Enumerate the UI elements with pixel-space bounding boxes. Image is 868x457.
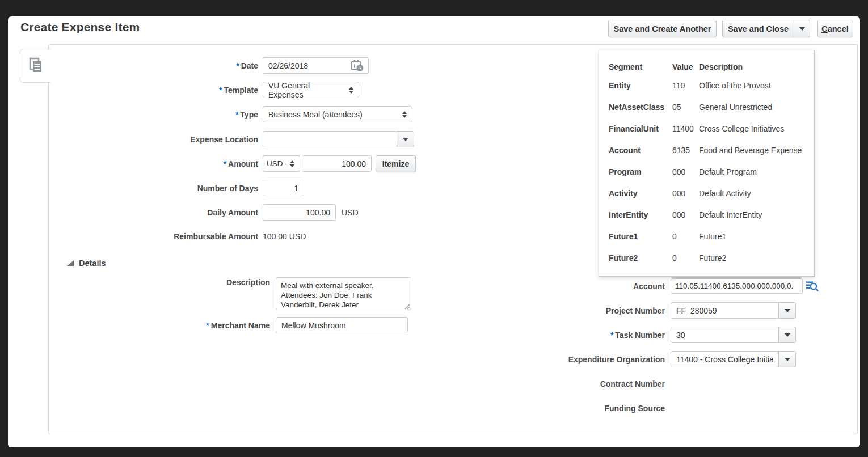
segment-value: 0	[672, 232, 677, 241]
expenditure-organization-input[interactable]	[671, 351, 779, 367]
date-picker-icon[interactable]	[350, 59, 365, 73]
cancel-button[interactable]: Cancel	[817, 20, 853, 37]
segment-value: 0	[672, 253, 677, 263]
save-and-close-button[interactable]: Save and Close	[723, 20, 794, 37]
number-of-days-label: Number of Days	[57, 184, 258, 193]
type-select[interactable]: Business Meal (attendees)	[263, 106, 412, 122]
segment-description: Future1	[699, 232, 726, 241]
chevron-down-icon	[785, 309, 790, 312]
reimbursable-amount-label: Reimbursable Amount	[57, 232, 258, 241]
required-asterisk: *	[206, 321, 209, 330]
expense-location-input[interactable]	[263, 131, 397, 147]
chevron-down-icon	[403, 138, 408, 141]
required-asterisk: *	[610, 331, 613, 340]
expense-item-tab[interactable]	[20, 49, 50, 83]
segment-value: 000	[672, 167, 685, 176]
segment-name: NetAssetClass	[609, 103, 664, 112]
required-asterisk: *	[235, 110, 238, 119]
account-segment-search-icon[interactable]	[805, 279, 819, 293]
expenditure-organization-dropdown-button[interactable]	[778, 351, 796, 367]
segment-value: 11400	[672, 124, 694, 133]
project-number-input[interactable]	[671, 302, 779, 319]
number-of-days-input[interactable]	[263, 180, 304, 196]
reimbursable-amount-value: 100.00 USD	[263, 232, 306, 241]
segment-description: Default InterEntity	[699, 210, 762, 219]
expense-location-dropdown-button[interactable]	[397, 131, 414, 147]
segment-value: 000	[672, 210, 685, 219]
save-and-close-split-button[interactable]: Save and Close	[722, 20, 810, 37]
chevron-down-icon	[799, 27, 805, 31]
segment-name: Account	[609, 146, 641, 155]
expense-location-label: Expense Location	[57, 135, 258, 144]
segment-name: Program	[609, 167, 642, 176]
required-asterisk: *	[224, 159, 226, 168]
amount-input[interactable]	[302, 155, 372, 172]
required-asterisk: *	[219, 86, 222, 95]
segment-name: Entity	[609, 81, 631, 90]
template-value: VU General Expenses	[268, 81, 345, 99]
account-input[interactable]	[671, 278, 803, 294]
segment-description: Future2	[699, 253, 726, 263]
segment-description: Default Program	[699, 167, 757, 176]
funding-source-label: Funding Source	[488, 404, 665, 413]
page-title: Create Expense Item	[20, 20, 140, 34]
type-value: Business Meal (attendees)	[268, 110, 363, 119]
description-textarea[interactable]: Meal with external speaker. Attendees: J…	[276, 277, 411, 310]
popup-header-value: Value	[672, 62, 693, 71]
account-segments-popup: Segment Value Description Entity 110 Off…	[599, 50, 815, 277]
save-and-close-menu-button[interactable]	[794, 20, 810, 37]
segment-description: General Unrestricted	[699, 103, 772, 112]
chevron-down-icon	[785, 358, 790, 361]
popup-header-segment: Segment	[609, 62, 642, 71]
project-number-label: Project Number	[488, 306, 665, 315]
merchant-name-input[interactable]	[276, 317, 408, 333]
popup-header-description: Description	[699, 62, 743, 71]
type-label: *Type	[57, 110, 258, 119]
screenshot-frame: Create Expense Item Save and Create Anot…	[0, 0, 868, 457]
template-select[interactable]: VU General Expenses	[263, 82, 359, 98]
segment-value: 6135	[672, 146, 690, 155]
segment-description: Default Activity	[699, 189, 751, 198]
segment-name: FinancialUnit	[609, 124, 659, 133]
spinner-icon	[349, 87, 353, 94]
itemize-button[interactable]: Itemize	[376, 155, 416, 172]
segment-value: 110	[672, 81, 685, 90]
amount-label: *Amount	[57, 159, 258, 168]
details-section-header[interactable]: Details	[79, 259, 106, 268]
task-number-dropdown-button[interactable]	[778, 327, 796, 343]
daily-amount-currency-suffix: USD	[342, 208, 359, 217]
task-number-label: *Task Number	[488, 331, 665, 340]
description-label: Description	[68, 278, 270, 287]
currency-value: USD -	[267, 159, 288, 168]
segment-description: Office of the Provost	[699, 81, 771, 90]
segment-name: Activity	[609, 189, 638, 198]
task-number-input[interactable]	[671, 327, 779, 343]
date-label: *Date	[57, 61, 258, 70]
copy-document-icon	[27, 56, 45, 75]
template-label: *Template	[57, 86, 258, 95]
segment-description: Cross College Initiatives	[699, 124, 784, 133]
spinner-icon	[290, 160, 294, 167]
project-number-dropdown-button[interactable]	[778, 302, 796, 319]
daily-amount-input[interactable]	[263, 204, 336, 221]
currency-select[interactable]: USD -	[263, 155, 300, 172]
expenditure-organization-label: Expenditure Organization	[488, 355, 665, 364]
segment-name: InterEntity	[609, 210, 648, 219]
contract-number-label: Contract Number	[488, 379, 665, 388]
cancel-label: ancel	[828, 24, 849, 33]
segment-name: Future1	[609, 232, 638, 241]
resize-handle-icon[interactable]	[404, 303, 410, 310]
segment-name: Future2	[609, 253, 638, 263]
segment-description: Food and Beverage Expense	[699, 146, 802, 155]
daily-amount-label: Daily Amount	[57, 208, 258, 217]
merchant-name-label: *Merchant Name	[68, 321, 270, 330]
save-and-create-another-button[interactable]: Save and Create Another	[608, 20, 717, 37]
cancel-accesskey: C	[821, 24, 827, 33]
segment-value: 05	[672, 103, 681, 112]
chevron-down-icon	[785, 333, 790, 337]
required-asterisk: *	[236, 61, 239, 70]
spinner-icon	[402, 111, 407, 118]
segment-value: 000	[672, 189, 685, 198]
account-label: Account	[488, 282, 665, 291]
